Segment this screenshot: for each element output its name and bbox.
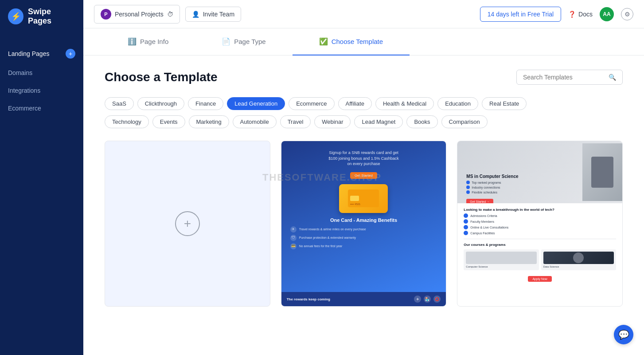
credit-card-template-preview: Signup for a SNB rewards card and get$10… <box>281 141 446 292</box>
filter-technology[interactable]: Technology <box>105 115 149 128</box>
search-icon: 🔍 <box>609 74 616 81</box>
page-title: Choose a Template <box>105 70 218 84</box>
invite-icon: 👤 <box>192 11 199 18</box>
sidebar-item-ecommerce[interactable]: Ecommerce <box>0 99 83 117</box>
sidebar-item-label: Ecommerce <box>8 105 41 112</box>
blank-plus-icon: + <box>175 211 200 236</box>
cc-card-visual: •••• 4521 <box>339 184 388 213</box>
filter-real-estate[interactable]: Real Estate <box>482 97 527 110</box>
filter-saas[interactable]: SaaS <box>105 97 134 110</box>
category-filters-row1: SaaS Clickthrough Finance Lead Generatio… <box>105 97 623 110</box>
sidebar: ⚡ Swipe Pages Landing Pages + Domains In… <box>0 0 83 355</box>
wizard-tabs: ℹ️ Page Info 📄 Page Type ✅ Choose Templa… <box>83 28 644 55</box>
template-card-education[interactable]: MS in Computer Science Top ranked progra… <box>457 141 623 307</box>
sidebar-item-label: Integrations <box>8 87 40 94</box>
filter-automobile[interactable]: Automobile <box>233 115 277 128</box>
add-landing-page-button[interactable]: + <box>66 49 75 59</box>
sidebar-logo[interactable]: ⚡ Swipe Pages <box>0 0 83 33</box>
filter-clickthrough[interactable]: Clickthrough <box>137 97 184 110</box>
sidebar-item-label: Domains <box>8 69 32 76</box>
cc-header-text: Signup for a SNB rewards card and get$10… <box>328 150 399 167</box>
filter-finance[interactable]: Finance <box>188 97 223 110</box>
svg-rect-1 <box>350 196 359 201</box>
user-avatar: AA <box>600 7 614 21</box>
search-box[interactable]: 🔍 <box>516 70 623 85</box>
sidebar-item-domains[interactable]: Domains <box>0 64 83 82</box>
user-section: AA <box>600 7 614 21</box>
svg-text:•••• 4521: •••• 4521 <box>350 203 361 205</box>
docs-label: Docs <box>578 11 593 18</box>
project-avatar: P <box>101 9 111 20</box>
docs-button[interactable]: ❓ Docs <box>568 11 593 18</box>
topbar: P Personal Projects ⏱ 👤 Invite Team 14 d… <box>83 0 644 28</box>
tab-page-type-label: Page Type <box>234 38 265 45</box>
education-template-preview: MS in Computer Science Top ranked progra… <box>457 141 622 292</box>
filter-health-medical[interactable]: Health & Medical <box>375 97 434 110</box>
invite-team-button[interactable]: 👤 Invite Team <box>185 7 241 22</box>
edu-top-section: MS in Computer Science Top ranked progra… <box>457 141 622 203</box>
tab-page-info-label: Page Info <box>140 38 168 45</box>
tab-choose-template-label: Choose Template <box>332 38 383 45</box>
tab-choose-template[interactable]: ✅ Choose Template <box>293 28 410 55</box>
trial-button[interactable]: 14 days left in Free Trial <box>480 7 561 22</box>
choose-template-icon: ✅ <box>319 37 328 46</box>
template-grid: + Signup for a SNB rewards card and get$… <box>105 141 623 307</box>
filter-lead-generation[interactable]: Lead Generation <box>227 97 285 110</box>
cc-cta-button: Get Started <box>350 172 377 179</box>
invite-label: Invite Team <box>203 11 234 18</box>
page-type-icon: 📄 <box>222 37 230 46</box>
topbar-right: 14 days left in Free Trial ❓ Docs AA ⚙ <box>480 7 633 22</box>
tab-page-type[interactable]: 📄 Page Type <box>195 28 292 55</box>
template-card-blank[interactable]: + <box>105 141 270 307</box>
app-name: Swipe Pages <box>28 7 75 26</box>
cc-features: ✈ Travel rewards & airline miles on ever… <box>290 226 437 252</box>
project-timer-icon: ⏱ <box>167 11 173 18</box>
main-area: P Personal Projects ⏱ 👤 Invite Team 14 d… <box>83 0 644 355</box>
filter-ecommerce[interactable]: Ecommerce <box>289 97 334 110</box>
project-selector[interactable]: P Personal Projects ⏱ <box>94 5 180 24</box>
filter-webinar[interactable]: Webinar <box>314 115 351 128</box>
filter-comparison[interactable]: Comparison <box>441 115 488 128</box>
template-content: Choose a Template 🔍 SaaS Clickthrough Fi… <box>83 55 644 355</box>
edu-overlay-text: MS in Computer Science Top ranked progra… <box>466 174 518 203</box>
sidebar-item-integrations[interactable]: Integrations <box>0 82 83 99</box>
sidebar-item-label: Landing Pages <box>8 50 49 57</box>
filter-travel[interactable]: Travel <box>280 115 311 128</box>
cc-second-section: The rewards keep coming ✈ 🏪 ⭕ <box>281 292 446 306</box>
page-info-icon: ℹ️ <box>128 37 137 46</box>
filter-education[interactable]: Education <box>437 97 478 110</box>
edu-bottom-section: Looking to make a breakthrough in the wo… <box>457 203 622 292</box>
search-input[interactable] <box>523 74 605 81</box>
help-icon: ❓ <box>568 11 576 18</box>
chat-button[interactable]: 💬 <box>614 325 633 344</box>
filter-books[interactable]: Books <box>406 115 437 128</box>
sidebar-item-landing-pages[interactable]: Landing Pages + <box>0 43 83 64</box>
filter-lead-magnet[interactable]: Lead Magnet <box>354 115 403 128</box>
filter-affiliate[interactable]: Affiliate <box>338 97 372 110</box>
filter-marketing[interactable]: Marketing <box>189 115 229 128</box>
template-card-credit-card[interactable]: Signup for a SNB rewards card and get$10… <box>281 141 447 307</box>
content-header: Choose a Template 🔍 <box>105 70 623 85</box>
sidebar-nav: Landing Pages + Domains Integrations Eco… <box>0 43 83 355</box>
settings-button[interactable]: ⚙ <box>621 8 633 20</box>
tab-page-info[interactable]: ℹ️ Page Info <box>101 28 195 55</box>
filter-events[interactable]: Events <box>152 115 185 128</box>
category-filters-row2: Technology Events Marketing Automobile T… <box>105 115 623 128</box>
project-name: Personal Projects <box>115 11 164 18</box>
cc-subheader: One Card - Amazing Benefits <box>330 217 397 223</box>
app-logo-icon: ⚡ <box>8 8 23 24</box>
